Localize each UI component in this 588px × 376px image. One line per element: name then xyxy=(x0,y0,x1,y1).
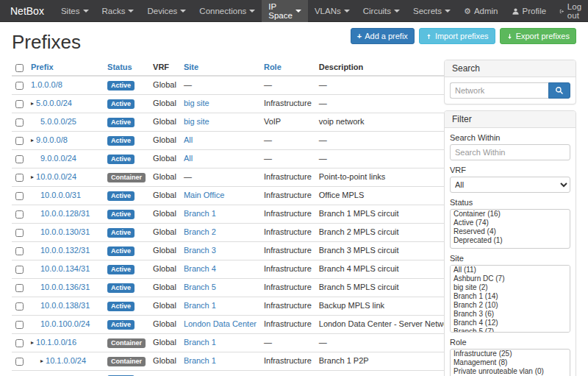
search-input[interactable] xyxy=(450,82,548,99)
status-filter-listbox[interactable]: Container (16)Active (74)Reserved (4)Dep… xyxy=(450,209,570,249)
nav-item-racks[interactable]: Racks xyxy=(96,0,141,22)
search-within-input[interactable] xyxy=(450,144,570,160)
expand-arrow-icon[interactable]: ▸ xyxy=(31,137,34,143)
column-header[interactable]: Status xyxy=(104,60,149,76)
prefix-link[interactable]: 10.1.0.0/24 xyxy=(46,356,86,365)
description-cell: — xyxy=(315,149,459,168)
row-checkbox[interactable] xyxy=(15,100,24,108)
select-option[interactable]: Container (16) xyxy=(451,210,570,219)
row-checkbox[interactable] xyxy=(15,192,24,200)
column-header[interactable]: Site xyxy=(180,60,260,76)
row-checkbox[interactable] xyxy=(15,174,24,182)
status-badge: Active xyxy=(107,136,135,146)
search-submit-button[interactable] xyxy=(548,82,570,99)
select-all-checkbox[interactable] xyxy=(15,64,24,72)
prefix-link[interactable]: 10.0.0.132/31 xyxy=(40,246,90,255)
row-checkbox[interactable] xyxy=(15,302,24,311)
site-link[interactable]: big site xyxy=(184,99,209,107)
nav-item-sites[interactable]: Sites xyxy=(54,0,96,22)
select-option[interactable]: Ashburn DC (7) xyxy=(451,274,570,283)
site-link[interactable]: Branch 1 xyxy=(184,356,216,365)
nav-item-secrets[interactable]: Secrets xyxy=(406,0,457,22)
select-option[interactable]: Branch 2 (10) xyxy=(451,301,570,310)
site-link[interactable]: big site xyxy=(184,117,209,126)
prefix-link[interactable]: 9.0.0.0/8 xyxy=(36,135,68,144)
prefix-link[interactable]: 10.1.0.0/16 xyxy=(36,338,76,347)
prefix-link[interactable]: 10.0.0.138/31 xyxy=(40,301,90,310)
expand-arrow-icon[interactable]: ▸ xyxy=(31,339,34,346)
select-option[interactable]: Branch 3 (6) xyxy=(451,310,570,319)
nav-item-connections[interactable]: Connections xyxy=(193,0,262,22)
admin-link[interactable]: ⚙ Admin xyxy=(457,0,504,22)
select-option[interactable]: Branch 5 (7) xyxy=(451,327,570,333)
nav-item-ip-space[interactable]: IP Space xyxy=(262,0,308,22)
select-option[interactable]: Deprecated (1) xyxy=(451,236,570,245)
row-checkbox[interactable] xyxy=(15,155,24,163)
expand-arrow-icon[interactable]: ▸ xyxy=(40,358,43,364)
site-link[interactable]: Main Office xyxy=(184,191,224,199)
select-option[interactable]: Reserved (4) xyxy=(451,227,570,236)
prefix-link[interactable]: 1.0.0.0/8 xyxy=(31,80,62,89)
prefix-link[interactable]: 10.0.0.128/31 xyxy=(40,209,90,218)
site-link[interactable]: Branch 5 xyxy=(184,283,216,291)
role-filter-listbox[interactable]: Infrastructure (25)Management (8)Private… xyxy=(450,349,570,376)
prefix-link[interactable]: 10.0.0.0/24 xyxy=(36,172,76,181)
column-header[interactable]: Prefix xyxy=(27,60,104,76)
row-checkbox[interactable] xyxy=(15,247,24,255)
vrf-select[interactable]: All xyxy=(450,177,570,193)
prefix-link[interactable]: 9.0.0.0/24 xyxy=(40,154,76,163)
expand-arrow-icon[interactable]: ▸ xyxy=(31,174,34,180)
import-prefixes-button[interactable]: Import prefixes xyxy=(419,28,495,44)
site-link[interactable]: Branch 2 xyxy=(184,227,216,236)
nav-item-vlans[interactable]: VLANs xyxy=(308,0,356,22)
row-checkbox[interactable] xyxy=(15,210,24,219)
row-checkbox[interactable] xyxy=(15,358,24,366)
prefix-link[interactable]: 10.0.0.134/31 xyxy=(40,264,90,273)
site-link[interactable]: Branch 3 xyxy=(184,246,216,255)
prefix-link[interactable]: 10.0.0.0/31 xyxy=(40,191,81,199)
row-checkbox[interactable] xyxy=(15,229,24,237)
select-option[interactable]: Branch 4 (12) xyxy=(451,319,570,327)
nav-item-devices[interactable]: Devices xyxy=(140,0,193,22)
nav-item-circuits[interactable]: Circuits xyxy=(356,0,406,22)
prefix-link[interactable]: 10.0.100.0/24 xyxy=(40,319,90,328)
row-checkbox[interactable] xyxy=(15,321,24,329)
select-option[interactable]: Branch 1 (14) xyxy=(451,292,570,301)
site-link[interactable]: Branch 1 xyxy=(184,209,216,218)
add-prefix-button[interactable]: + Add a prefix xyxy=(351,28,415,44)
prefix-link[interactable]: 10.0.0.130/31 xyxy=(40,227,90,236)
prefix-link[interactable]: 5.0.0.0/24 xyxy=(36,99,72,107)
select-option[interactable]: big site (2) xyxy=(451,283,570,292)
row-checkbox[interactable] xyxy=(15,284,24,292)
expand-arrow-icon[interactable]: ▸ xyxy=(31,100,34,107)
site-link[interactable]: All xyxy=(184,154,193,163)
select-option[interactable]: Management (8) xyxy=(451,358,570,367)
row-checkbox[interactable] xyxy=(15,339,24,347)
site-link[interactable]: London Data Center xyxy=(184,319,257,328)
select-option[interactable]: Private unrouteable vlan (0) xyxy=(451,367,570,376)
export-prefixes-button[interactable]: Export prefixes xyxy=(500,28,576,44)
prefix-cell: 10.0.0.128/31 xyxy=(27,205,104,223)
site-filter-listbox[interactable]: All (11)Ashburn DC (7)big site (2)Branch… xyxy=(450,265,570,333)
select-option[interactable]: Infrastructure (25) xyxy=(451,350,570,358)
status-cell: Active xyxy=(104,205,149,223)
column-header[interactable]: Role xyxy=(260,60,315,76)
brand-link[interactable]: NetBox xyxy=(0,0,54,21)
site-link[interactable]: Branch 1 xyxy=(184,338,216,347)
prefix-cell: 10.0.100.0/24 xyxy=(27,315,104,333)
row-checkbox[interactable] xyxy=(15,118,24,127)
filter-panel: Filter Search Within VRF All Status Cont… xyxy=(444,110,576,376)
site-link[interactable]: All xyxy=(184,135,193,144)
select-option[interactable]: All (11) xyxy=(451,266,570,274)
site-link[interactable]: Branch 1 xyxy=(184,301,216,310)
site-link[interactable]: Branch 4 xyxy=(184,264,216,273)
row-checkbox[interactable] xyxy=(15,266,24,274)
profile-link[interactable]: Profile xyxy=(505,0,553,22)
nav-item: Racks xyxy=(96,0,141,21)
row-checkbox[interactable] xyxy=(15,82,24,90)
select-option[interactable]: Active (74) xyxy=(451,219,570,227)
prefix-link[interactable]: 5.0.0.0/25 xyxy=(40,117,76,126)
logout-link[interactable]: Log out xyxy=(553,0,588,22)
prefix-link[interactable]: 10.0.0.136/31 xyxy=(40,283,90,291)
row-checkbox[interactable] xyxy=(15,137,24,145)
